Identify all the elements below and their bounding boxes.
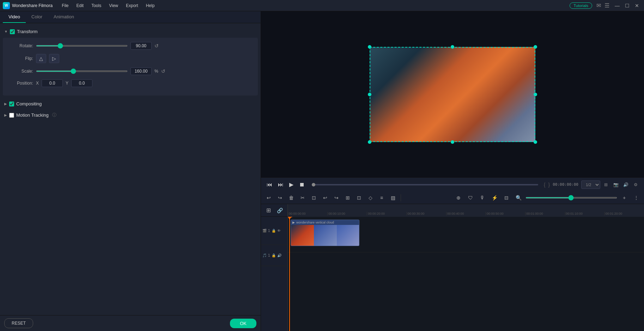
transform-title: Transform — [17, 29, 38, 34]
playhead-marker — [288, 217, 291, 220]
menu-file[interactable]: File — [58, 2, 72, 10]
motion-tracking-info-icon[interactable]: ⓘ — [52, 112, 56, 118]
step-back-button[interactable]: ⏮ — [265, 180, 274, 189]
link-tracks-icon[interactable]: 🔗 — [275, 206, 285, 215]
rotate-reset-icon[interactable]: ↺ — [154, 43, 159, 49]
zoom-slider[interactable] — [525, 197, 617, 198]
audio-track-label: 🎵 1 🔒 🔊 — [261, 245, 287, 266]
fit-button[interactable]: ⊡ — [354, 193, 364, 203]
handle-top-middle[interactable] — [451, 45, 454, 49]
shield-icon[interactable]: 🛡 — [466, 193, 475, 203]
handle-top-left[interactable] — [368, 45, 371, 49]
flip-vertical-button[interactable]: △ — [36, 54, 46, 63]
lock-icon[interactable]: 🔒 — [272, 229, 276, 233]
eye-icon[interactable]: 👁 — [277, 229, 281, 233]
position-x-input[interactable] — [42, 79, 63, 87]
rotate-slider[interactable] — [36, 45, 128, 47]
ok-button[interactable]: OK — [230, 319, 256, 328]
maximize-button[interactable]: ☐ — [623, 1, 631, 10]
zoom-in-icon[interactable]: + — [619, 193, 629, 203]
transform-chevron: ▼ — [4, 30, 8, 33]
tab-animation[interactable]: Animation — [48, 11, 80, 23]
delete-button[interactable]: 🗑 — [286, 193, 296, 203]
toolbar-divider — [401, 194, 401, 201]
rotate-left-button[interactable]: ↩ — [320, 193, 330, 203]
fit-to-screen-icon[interactable]: ⊞ — [602, 180, 610, 189]
audio-lock-icon[interactable]: 🔒 — [272, 253, 276, 257]
more-icon[interactable]: ⋮ — [631, 193, 641, 203]
motion-tracking-checkbox[interactable] — [9, 113, 14, 118]
undo-button[interactable]: ↩ — [264, 193, 274, 203]
marker-button[interactable]: ◇ — [365, 193, 375, 203]
align-button[interactable]: ≡ — [377, 193, 387, 203]
captions-icon[interactable]: ⊟ — [502, 193, 511, 203]
add-track-icon[interactable]: ⊞ — [264, 206, 274, 215]
mic-icon[interactable]: 🎙 — [478, 193, 487, 203]
rotate-value[interactable] — [130, 42, 152, 50]
transform-section-header[interactable]: ▼ Transform — [0, 26, 261, 37]
clip-thumbnails — [291, 225, 359, 246]
motion-icon[interactable]: ⊕ — [454, 193, 463, 203]
compositing-checkbox[interactable] — [9, 102, 14, 106]
reset-button[interactable]: RESET — [4, 318, 33, 328]
video-track-icon: 🎬 — [262, 229, 267, 233]
panel-footer: RESET OK — [0, 315, 261, 331]
position-y-input[interactable] — [71, 79, 92, 87]
audio-stretch-button[interactable]: ▨ — [388, 193, 398, 203]
page-selector[interactable]: 1/2 — [581, 180, 600, 189]
progress-bar[interactable] — [312, 184, 538, 185]
menu-view[interactable]: View — [105, 2, 122, 10]
screenshot-icon[interactable]: 📷 — [612, 180, 620, 189]
redo-button[interactable]: ↪ — [275, 193, 285, 203]
scale-value[interactable] — [130, 67, 152, 75]
expand-button[interactable]: ⊞ — [343, 193, 353, 203]
tabs-bar: Video Color Animation — [0, 11, 261, 23]
compositing-section: ▶ Compositing — [0, 98, 261, 109]
video-clip[interactable]: ▶ wondershare vertical cloud — [291, 220, 359, 246]
motion-tracking-section-header[interactable]: ▶ Motion Tracking ⓘ — [0, 109, 261, 121]
transform-checkbox[interactable] — [10, 29, 15, 34]
handle-bottom-middle[interactable] — [451, 140, 454, 144]
crop-button[interactable]: ⊡ — [309, 193, 319, 203]
mail-icon[interactable]: ✉ — [596, 2, 601, 9]
menu-bar: File Edit Tools View Export Help — [58, 2, 158, 10]
minimize-button[interactable]: — — [613, 1, 621, 10]
zoom-out-icon[interactable]: 🔍 — [514, 193, 523, 203]
audio-speaker-icon[interactable]: 🔊 — [277, 253, 281, 257]
handle-bottom-right[interactable] — [534, 140, 537, 144]
settings-icon[interactable]: ⚙ — [631, 180, 640, 189]
handle-middle-left[interactable] — [368, 93, 371, 96]
audio-icon[interactable]: 🔊 — [621, 180, 630, 189]
stop-button[interactable]: ⏹ — [298, 180, 306, 189]
ruler-mark-4: 00:00:40:00 — [446, 212, 486, 215]
playhead[interactable] — [289, 217, 290, 331]
tab-color[interactable]: Color — [26, 11, 48, 23]
scale-reset-icon[interactable]: ↺ — [161, 68, 165, 74]
settings-icon[interactable]: ☰ — [604, 2, 609, 9]
timeline-side: 🎬 1 🔒 👁 🎵 1 🔒 🔊 — [261, 217, 288, 331]
step-forward-button[interactable]: ⏭ — [277, 180, 285, 189]
play-button[interactable]: ▶ — [288, 180, 295, 189]
handle-middle-right[interactable] — [534, 93, 537, 96]
effects-icon[interactable]: ⚡ — [490, 193, 499, 203]
menu-export[interactable]: Export — [122, 2, 142, 10]
menu-tools[interactable]: Tools — [88, 2, 105, 10]
handle-top-right[interactable] — [534, 45, 537, 49]
clip-thumbnail-1 — [291, 225, 314, 246]
bracket-right-icon: } — [548, 182, 550, 188]
rotate-row: Rotate: ↺ — [8, 42, 252, 50]
position-label: Position: — [8, 81, 33, 86]
ruler-mark-5: 00:00:50:00 — [486, 212, 525, 215]
handle-bottom-left[interactable] — [368, 140, 371, 144]
scale-slider[interactable] — [36, 71, 128, 72]
close-button[interactable]: ✕ — [633, 1, 641, 10]
menu-edit[interactable]: Edit — [73, 2, 87, 10]
progress-thumb[interactable] — [312, 183, 315, 186]
menu-help[interactable]: Help — [142, 2, 158, 10]
compositing-section-header[interactable]: ▶ Compositing — [0, 98, 261, 109]
cut-button[interactable]: ✂ — [298, 193, 308, 203]
tab-video[interactable]: Video — [3, 11, 26, 23]
flip-horizontal-button[interactable]: ▷ — [49, 54, 59, 63]
rotate-right-button[interactable]: ↪ — [332, 193, 341, 203]
tutorials-button[interactable]: Tutorials — [570, 2, 592, 9]
